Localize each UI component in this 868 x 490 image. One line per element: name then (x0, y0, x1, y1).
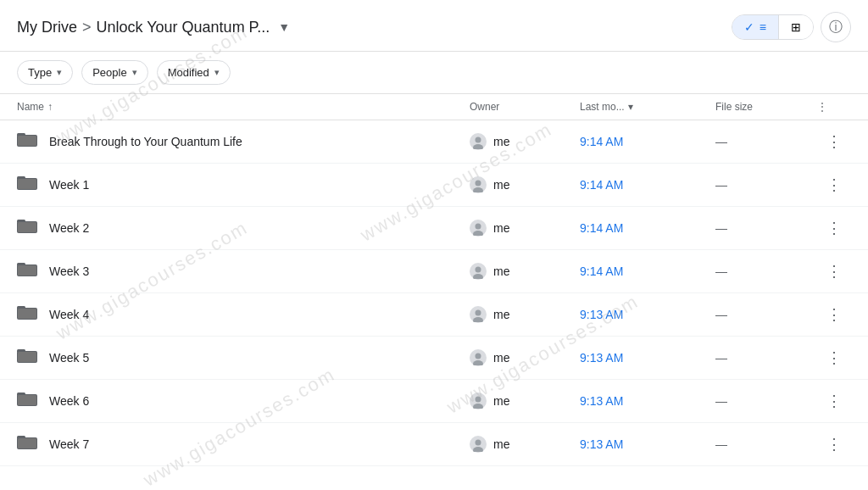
file-modified: 9:13 AM (580, 308, 715, 321)
file-actions: ⋮ (817, 215, 851, 241)
info-button[interactable]: ⓘ (821, 12, 851, 42)
breadcrumb: My Drive > Unlock Your Quantum P... ▼ (17, 19, 732, 36)
more-options-button[interactable]: ⋮ (823, 172, 845, 198)
people-filter-arrow: ▾ (132, 67, 137, 78)
file-modified: 9:14 AM (580, 135, 715, 148)
svg-rect-38 (18, 395, 36, 405)
file-name: Week 4 (49, 308, 470, 321)
breadcrumb-separator: > (82, 19, 92, 36)
file-size: — (715, 178, 817, 192)
owner-name: me (493, 394, 509, 408)
table-row[interactable]: Break Through to Your Quantum Life me 9:… (0, 120, 868, 164)
table-row[interactable]: Week 1 me 9:14 AM — ⋮ (0, 164, 868, 207)
svg-rect-32 (18, 352, 36, 362)
list-view-button[interactable]: ✓ ≡ (732, 15, 779, 39)
check-icon: ✓ (744, 20, 754, 34)
file-modified: 9:14 AM (580, 264, 715, 278)
svg-point-40 (476, 397, 481, 403)
more-options-button[interactable]: ⋮ (823, 129, 845, 154)
folder-icon (17, 260, 37, 282)
file-list: Break Through to Your Quantum Life me 9:… (0, 120, 868, 466)
folder-dropdown-arrow[interactable]: ▼ (278, 20, 290, 34)
file-actions: ⋮ (817, 432, 851, 457)
folder-icon (17, 347, 37, 369)
more-options-button[interactable]: ⋮ (823, 215, 845, 241)
file-owner: me (470, 220, 580, 237)
file-modified: 9:13 AM (580, 351, 715, 365)
folder-icon (17, 303, 37, 326)
type-filter-chip[interactable]: Type ▾ (17, 60, 73, 85)
more-options-button[interactable]: ⋮ (823, 259, 845, 284)
breadcrumb-my-drive[interactable]: My Drive (17, 19, 77, 36)
owner-avatar (470, 393, 487, 409)
view-toggle: ✓ ≡ ⊞ (732, 14, 814, 40)
table-row[interactable]: Week 3 me 9:14 AM — ⋮ (0, 250, 868, 293)
col-name-label[interactable]: Name (17, 101, 44, 113)
svg-rect-8 (18, 179, 36, 189)
more-options-button[interactable]: ⋮ (823, 432, 845, 457)
file-name: Week 1 (49, 178, 470, 192)
svg-rect-2 (18, 136, 36, 146)
svg-rect-20 (18, 265, 36, 276)
folder-icon (17, 433, 37, 455)
file-size: — (715, 221, 817, 235)
owner-name: me (493, 135, 509, 148)
more-options-button[interactable]: ⋮ (823, 345, 845, 370)
file-actions: ⋮ (817, 172, 851, 198)
file-actions: ⋮ (817, 345, 851, 370)
filter-bar: Type ▾ People ▾ Modified ▾ (0, 52, 868, 94)
file-name: Week 7 (49, 437, 470, 451)
file-owner: me (470, 176, 580, 193)
people-filter-label: People (92, 66, 126, 79)
owner-avatar (470, 176, 487, 193)
table-row[interactable]: Week 4 me 9:13 AM — ⋮ (0, 293, 868, 337)
people-filter-chip[interactable]: People ▾ (81, 60, 147, 85)
file-owner: me (470, 133, 580, 150)
col-actions-more-icon[interactable]: ⋮ (817, 101, 827, 113)
grid-view-button[interactable]: ⊞ (779, 15, 813, 39)
owner-name: me (493, 308, 509, 321)
header: My Drive > Unlock Your Quantum P... ▼ ✓ … (0, 0, 868, 52)
owner-avatar (470, 306, 487, 323)
file-owner: me (470, 393, 580, 409)
file-actions: ⋮ (817, 129, 851, 154)
file-size: — (715, 437, 817, 451)
type-filter-arrow: ▾ (57, 67, 62, 78)
file-modified: 9:14 AM (580, 221, 715, 235)
table-row[interactable]: Week 5 me 9:13 AM — ⋮ (0, 337, 868, 380)
svg-point-34 (476, 354, 481, 359)
table-row[interactable]: Week 2 me 9:14 AM — ⋮ (0, 207, 868, 250)
more-options-button[interactable]: ⋮ (823, 302, 845, 327)
svg-rect-26 (18, 309, 36, 319)
owner-avatar (470, 349, 487, 366)
table-row[interactable]: Week 7 me 9:13 AM — ⋮ (0, 423, 868, 466)
owner-name: me (493, 178, 509, 192)
table-row[interactable]: Week 6 me 9:13 AM — ⋮ (0, 380, 868, 423)
table-header: Name ↑ Owner Last mo... ▾ File size ⋮ (0, 94, 868, 120)
modified-filter-arrow: ▾ (214, 67, 220, 78)
file-name: Week 5 (49, 351, 470, 365)
type-filter-label: Type (28, 66, 52, 79)
more-options-button[interactable]: ⋮ (823, 388, 845, 414)
header-actions: ✓ ≡ ⊞ ⓘ (732, 12, 851, 42)
grid-icon: ⊞ (791, 20, 801, 34)
modified-filter-label: Modified (168, 66, 209, 79)
folder-icon (17, 390, 37, 412)
file-owner: me (470, 263, 580, 280)
col-modified-label[interactable]: Last mo... (580, 101, 625, 113)
modified-sort-arrow: ▾ (628, 101, 633, 113)
svg-point-22 (476, 267, 481, 273)
modified-filter-chip[interactable]: Modified ▾ (157, 60, 231, 85)
file-name: Week 6 (49, 394, 470, 408)
file-modified: 9:14 AM (580, 178, 715, 192)
svg-point-10 (476, 181, 481, 187)
col-owner-label: Owner (470, 101, 499, 113)
file-owner: me (470, 306, 580, 323)
file-actions: ⋮ (817, 388, 851, 414)
info-icon: ⓘ (829, 19, 843, 36)
svg-point-16 (476, 224, 481, 230)
svg-rect-44 (18, 438, 36, 448)
breadcrumb-current-folder: Unlock Your Quantum P... (97, 19, 270, 36)
file-actions: ⋮ (817, 302, 851, 327)
file-size: — (715, 351, 817, 365)
